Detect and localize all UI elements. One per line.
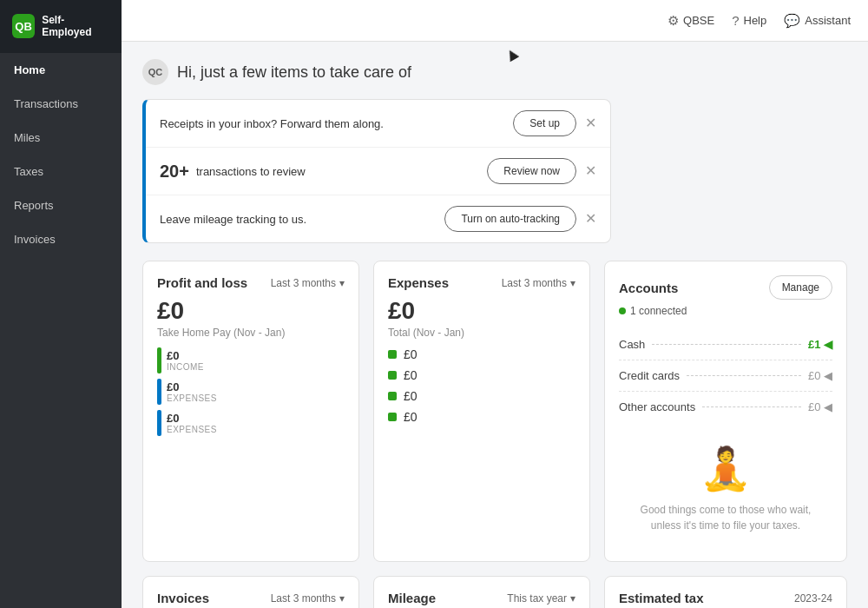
notif-autotrack-button[interactable]: Turn on auto-tracking — [444, 206, 576, 232]
content: QC Hi, just a few items to take care of … — [122, 42, 868, 608]
estimated-tax-header: Estimated tax 2023-24 — [619, 591, 832, 605]
topbar: ⚙ QBSE ? Help 💬 Assistant — [122, 0, 868, 42]
account-row-credit: Credit cards £0 ◀ — [619, 360, 832, 392]
profit-loss-header: Profit and loss Last 3 months ▾ — [157, 275, 345, 290]
chevron-down-icon: ▾ — [339, 277, 345, 289]
expenses-card: Expenses Last 3 months ▾ £0 Total (Nov -… — [373, 261, 590, 562]
estimated-tax-year: 2023-24 — [794, 592, 832, 605]
expenses-title: Expenses — [388, 275, 449, 290]
transaction-count: 20+ — [160, 162, 189, 182]
expenses-period[interactable]: Last 3 months ▾ — [502, 277, 575, 289]
expenses1-bar-color — [157, 379, 161, 405]
gear-icon: ⚙ — [667, 13, 679, 29]
notif-review-button[interactable]: Review now — [487, 158, 576, 184]
avatar: QC — [142, 59, 168, 85]
sidebar-item-transactions[interactable]: Transactions — [0, 87, 122, 121]
sidebar-item-miles[interactable]: Miles — [0, 121, 122, 155]
waiting-figure-icon: 🧘 — [700, 445, 752, 493]
mileage-header: Mileage This tax year ▾ — [388, 591, 575, 605]
chevron-down-icon: ▾ — [570, 592, 575, 605]
mileage-title: Mileage — [388, 591, 436, 605]
notif-receipts-text: Receipts in your inbox? Forward them alo… — [160, 117, 513, 130]
sidebar-brand: Self-Employed — [42, 14, 109, 39]
dotted-line — [687, 375, 801, 376]
notif-transactions-text: transactions to review — [196, 165, 487, 178]
notification-mileage: Leave mileage tracking to us. Turn on au… — [146, 195, 610, 242]
expense-item-1: £0 — [388, 368, 575, 382]
expenses-amount: £0 — [388, 297, 575, 325]
exp-dot — [388, 413, 397, 421]
assistant-button[interactable]: 💬 Assistant — [784, 13, 851, 29]
estimated-tax-title: Estimated tax — [619, 591, 704, 605]
exp-dot — [388, 350, 397, 359]
bar-item-expenses2: £0 EXPENSES — [157, 410, 345, 436]
dashboard-grid: Profit and loss Last 3 months ▾ £0 Take … — [142, 261, 847, 562]
sidebar-item-reports[interactable]: Reports — [0, 188, 122, 222]
expense-item-3: £0 — [388, 410, 575, 424]
expenses2-bar-color — [157, 410, 161, 436]
bottom-grid: Invoices Last 3 months ▾ £0 0 unpaid (No… — [142, 576, 847, 608]
notif-mileage-text: Leave mileage tracking to us. — [160, 213, 444, 226]
sidebar-item-home[interactable]: Home — [0, 53, 122, 87]
profit-loss-amount: £0 — [157, 297, 345, 325]
qb-logo: QB — [12, 14, 35, 38]
dotted-line — [702, 406, 801, 407]
notif-setup-button[interactable]: Set up — [513, 110, 576, 136]
connected-badge: 1 connected — [619, 305, 832, 317]
help-icon: ? — [732, 13, 739, 28]
bar-item-expenses1: £0 EXPENSES — [157, 379, 345, 405]
notification-transactions: 20+ transactions to review Review now ✕ — [146, 148, 610, 195]
account-rows: Cash £1 ◀ Credit cards £0 ◀ Other accoun… — [619, 329, 832, 422]
expense-item-2: £0 — [388, 389, 575, 403]
greeting-section: QC Hi, just a few items to take care of — [142, 59, 847, 85]
invoices-title: Invoices — [157, 591, 209, 605]
invoices-card: Invoices Last 3 months ▾ £0 0 unpaid (No… — [142, 576, 359, 608]
chat-icon: 💬 — [784, 13, 800, 29]
sidebar-item-invoices[interactable]: Invoices — [0, 222, 122, 256]
sidebar-header: QB Self-Employed — [0, 0, 122, 53]
dotted-line — [652, 344, 801, 345]
expenses-subtitle: Total (Nov - Jan) — [388, 327, 575, 339]
expense-item-0: £0 — [388, 347, 575, 361]
notif-close-transactions[interactable]: ✕ — [585, 164, 596, 178]
bar-item-income: £0 INCOME — [157, 347, 345, 373]
profit-loss-title: Profit and loss — [157, 275, 247, 290]
mileage-period[interactable]: This tax year ▾ — [507, 592, 575, 605]
waiting-illustration: 🧘 Good things come to those who wait, un… — [619, 431, 832, 547]
notif-close-receipts[interactable]: ✕ — [585, 116, 596, 130]
invoices-period[interactable]: Last 3 months ▾ — [271, 592, 345, 605]
chevron-down-icon: ▾ — [339, 592, 345, 605]
estimated-tax-card: Estimated tax 2023-24 £0 — [604, 576, 847, 608]
sidebar-item-taxes[interactable]: Taxes — [0, 155, 122, 188]
notifications-panel: Receipts in your inbox? Forward them alo… — [142, 99, 611, 243]
profit-loss-bars: £0 INCOME £0 EXPENSES — [157, 347, 345, 436]
qbse-button[interactable]: ⚙ QBSE — [667, 13, 714, 29]
greeting-text: Hi, just a few items to take care of — [177, 63, 411, 82]
invoices-header: Invoices Last 3 months ▾ — [157, 591, 345, 605]
profit-loss-subtitle: Take Home Pay (Nov - Jan) — [157, 327, 345, 339]
notification-receipts: Receipts in your inbox? Forward them alo… — [146, 100, 610, 148]
notif-close-mileage[interactable]: ✕ — [585, 212, 596, 226]
profit-loss-period[interactable]: Last 3 months ▾ — [271, 277, 345, 289]
income-bar-color — [157, 347, 161, 373]
connected-dot — [619, 307, 626, 314]
waiting-text: Good things come to those who wait, unle… — [626, 502, 825, 533]
mileage-card: Mileage This tax year ▾ 0 £0 Business mi — [373, 576, 590, 608]
accounts-header: Accounts Manage — [619, 275, 832, 300]
expenses-header: Expenses Last 3 months ▾ — [388, 275, 575, 290]
profit-loss-card: Profit and loss Last 3 months ▾ £0 Take … — [142, 261, 359, 562]
exp-dot — [388, 392, 397, 400]
chevron-down-icon: ▾ — [570, 277, 575, 289]
exp-dot — [388, 371, 397, 380]
account-row-other: Other accounts £0 ◀ — [619, 392, 832, 422]
expense-rows: £0 £0 £0 £0 — [388, 347, 575, 424]
accounts-card: Accounts Manage 1 connected Cash £1 ◀ Cr… — [604, 261, 847, 562]
help-button[interactable]: ? Help — [732, 13, 766, 28]
sidebar: QB Self-Employed Home Transactions Miles… — [0, 0, 122, 608]
manage-button[interactable]: Manage — [769, 275, 832, 300]
account-row-cash: Cash £1 ◀ — [619, 329, 832, 360]
main-content: ⚙ QBSE ? Help 💬 Assistant QC Hi, just a … — [122, 0, 868, 608]
accounts-title: Accounts — [619, 281, 678, 295]
